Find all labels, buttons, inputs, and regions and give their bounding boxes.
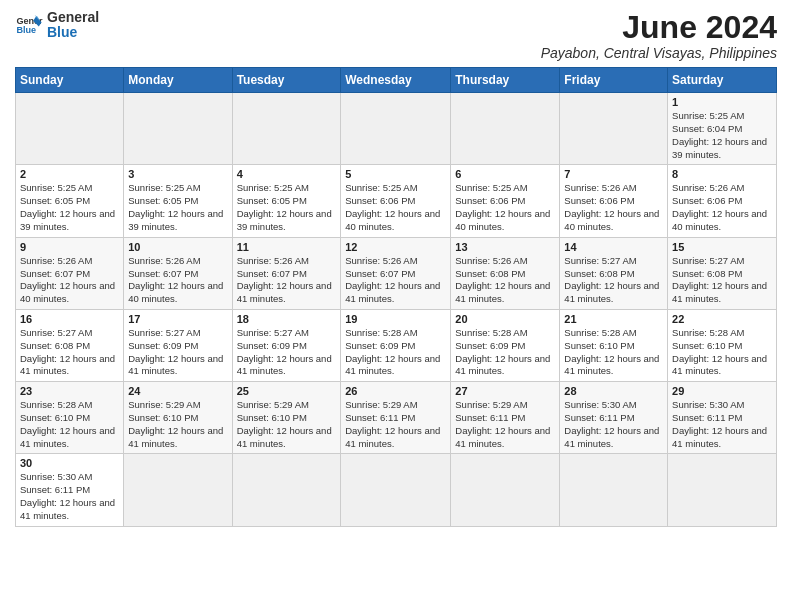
logo-general: General <box>47 10 99 25</box>
calendar-cell: 9Sunrise: 5:26 AMSunset: 6:07 PMDaylight… <box>16 237 124 309</box>
day-number: 23 <box>20 385 119 397</box>
day-info: Sunrise: 5:29 AMSunset: 6:10 PMDaylight:… <box>237 399 337 450</box>
week-row-3: 9Sunrise: 5:26 AMSunset: 6:07 PMDaylight… <box>16 237 777 309</box>
day-number: 15 <box>672 241 772 253</box>
day-number: 27 <box>455 385 555 397</box>
week-row-1: 1Sunrise: 5:25 AMSunset: 6:04 PMDaylight… <box>16 93 777 165</box>
day-number: 5 <box>345 168 446 180</box>
day-number: 2 <box>20 168 119 180</box>
calendar-cell <box>451 454 560 526</box>
day-number: 26 <box>345 385 446 397</box>
day-info: Sunrise: 5:30 AMSunset: 6:11 PMDaylight:… <box>564 399 663 450</box>
day-info: Sunrise: 5:26 AMSunset: 6:07 PMDaylight:… <box>237 255 337 306</box>
calendar-cell <box>668 454 777 526</box>
day-info: Sunrise: 5:26 AMSunset: 6:06 PMDaylight:… <box>672 182 772 233</box>
day-info: Sunrise: 5:27 AMSunset: 6:09 PMDaylight:… <box>128 327 227 378</box>
day-info: Sunrise: 5:27 AMSunset: 6:09 PMDaylight:… <box>237 327 337 378</box>
day-info: Sunrise: 5:29 AMSunset: 6:11 PMDaylight:… <box>345 399 446 450</box>
calendar-cell: 23Sunrise: 5:28 AMSunset: 6:10 PMDayligh… <box>16 382 124 454</box>
calendar-cell: 28Sunrise: 5:30 AMSunset: 6:11 PMDayligh… <box>560 382 668 454</box>
day-info: Sunrise: 5:29 AMSunset: 6:10 PMDaylight:… <box>128 399 227 450</box>
page-container: General Blue General Blue June 2024 Paya… <box>15 10 777 527</box>
calendar-cell: 18Sunrise: 5:27 AMSunset: 6:09 PMDayligh… <box>232 309 341 381</box>
calendar-cell <box>451 93 560 165</box>
calendar-cell <box>560 93 668 165</box>
calendar-cell <box>341 454 451 526</box>
day-number: 19 <box>345 313 446 325</box>
day-number: 12 <box>345 241 446 253</box>
calendar-cell <box>341 93 451 165</box>
calendar-cell: 7Sunrise: 5:26 AMSunset: 6:06 PMDaylight… <box>560 165 668 237</box>
svg-text:Blue: Blue <box>16 26 36 36</box>
calendar-cell: 1Sunrise: 5:25 AMSunset: 6:04 PMDaylight… <box>668 93 777 165</box>
logo: General Blue General Blue <box>15 10 99 41</box>
day-number: 28 <box>564 385 663 397</box>
calendar-cell: 2Sunrise: 5:25 AMSunset: 6:05 PMDaylight… <box>16 165 124 237</box>
week-row-4: 16Sunrise: 5:27 AMSunset: 6:08 PMDayligh… <box>16 309 777 381</box>
calendar-cell: 27Sunrise: 5:29 AMSunset: 6:11 PMDayligh… <box>451 382 560 454</box>
day-info: Sunrise: 5:27 AMSunset: 6:08 PMDaylight:… <box>564 255 663 306</box>
day-number: 14 <box>564 241 663 253</box>
day-info: Sunrise: 5:30 AMSunset: 6:11 PMDaylight:… <box>672 399 772 450</box>
day-info: Sunrise: 5:28 AMSunset: 6:09 PMDaylight:… <box>455 327 555 378</box>
logo-blue: Blue <box>47 25 99 40</box>
day-number: 22 <box>672 313 772 325</box>
day-number: 1 <box>672 96 772 108</box>
calendar-cell: 22Sunrise: 5:28 AMSunset: 6:10 PMDayligh… <box>668 309 777 381</box>
weekday-header-wednesday: Wednesday <box>341 68 451 93</box>
logo-icon: General Blue <box>15 11 43 39</box>
day-info: Sunrise: 5:29 AMSunset: 6:11 PMDaylight:… <box>455 399 555 450</box>
day-number: 7 <box>564 168 663 180</box>
calendar-cell: 29Sunrise: 5:30 AMSunset: 6:11 PMDayligh… <box>668 382 777 454</box>
calendar-cell <box>560 454 668 526</box>
calendar-cell: 20Sunrise: 5:28 AMSunset: 6:09 PMDayligh… <box>451 309 560 381</box>
page-title: June 2024 <box>541 10 777 45</box>
day-number: 18 <box>237 313 337 325</box>
day-info: Sunrise: 5:28 AMSunset: 6:10 PMDaylight:… <box>564 327 663 378</box>
day-number: 6 <box>455 168 555 180</box>
day-info: Sunrise: 5:26 AMSunset: 6:07 PMDaylight:… <box>128 255 227 306</box>
calendar-cell: 4Sunrise: 5:25 AMSunset: 6:05 PMDaylight… <box>232 165 341 237</box>
calendar-cell: 12Sunrise: 5:26 AMSunset: 6:07 PMDayligh… <box>341 237 451 309</box>
calendar-cell: 3Sunrise: 5:25 AMSunset: 6:05 PMDaylight… <box>124 165 232 237</box>
day-info: Sunrise: 5:25 AMSunset: 6:04 PMDaylight:… <box>672 110 772 161</box>
calendar-cell <box>232 93 341 165</box>
day-number: 4 <box>237 168 337 180</box>
weekday-header-row: SundayMondayTuesdayWednesdayThursdayFrid… <box>16 68 777 93</box>
week-row-6: 30Sunrise: 5:30 AMSunset: 6:11 PMDayligh… <box>16 454 777 526</box>
day-number: 21 <box>564 313 663 325</box>
day-number: 10 <box>128 241 227 253</box>
day-number: 25 <box>237 385 337 397</box>
day-info: Sunrise: 5:26 AMSunset: 6:07 PMDaylight:… <box>345 255 446 306</box>
day-info: Sunrise: 5:25 AMSunset: 6:06 PMDaylight:… <box>455 182 555 233</box>
calendar-cell: 5Sunrise: 5:25 AMSunset: 6:06 PMDaylight… <box>341 165 451 237</box>
day-number: 16 <box>20 313 119 325</box>
calendar-cell: 19Sunrise: 5:28 AMSunset: 6:09 PMDayligh… <box>341 309 451 381</box>
page-subtitle: Payabon, Central Visayas, Philippines <box>541 45 777 61</box>
calendar-cell: 24Sunrise: 5:29 AMSunset: 6:10 PMDayligh… <box>124 382 232 454</box>
day-number: 9 <box>20 241 119 253</box>
weekday-header-friday: Friday <box>560 68 668 93</box>
day-info: Sunrise: 5:28 AMSunset: 6:10 PMDaylight:… <box>672 327 772 378</box>
calendar-cell <box>124 454 232 526</box>
calendar-cell: 13Sunrise: 5:26 AMSunset: 6:08 PMDayligh… <box>451 237 560 309</box>
calendar-cell <box>232 454 341 526</box>
week-row-5: 23Sunrise: 5:28 AMSunset: 6:10 PMDayligh… <box>16 382 777 454</box>
calendar-cell: 25Sunrise: 5:29 AMSunset: 6:10 PMDayligh… <box>232 382 341 454</box>
week-row-2: 2Sunrise: 5:25 AMSunset: 6:05 PMDaylight… <box>16 165 777 237</box>
day-number: 29 <box>672 385 772 397</box>
calendar-cell: 6Sunrise: 5:25 AMSunset: 6:06 PMDaylight… <box>451 165 560 237</box>
day-number: 24 <box>128 385 227 397</box>
calendar-cell <box>16 93 124 165</box>
day-info: Sunrise: 5:26 AMSunset: 6:07 PMDaylight:… <box>20 255 119 306</box>
day-info: Sunrise: 5:26 AMSunset: 6:08 PMDaylight:… <box>455 255 555 306</box>
calendar-cell: 30Sunrise: 5:30 AMSunset: 6:11 PMDayligh… <box>16 454 124 526</box>
calendar-cell: 10Sunrise: 5:26 AMSunset: 6:07 PMDayligh… <box>124 237 232 309</box>
weekday-header-sunday: Sunday <box>16 68 124 93</box>
day-number: 30 <box>20 457 119 469</box>
weekday-header-saturday: Saturday <box>668 68 777 93</box>
day-info: Sunrise: 5:26 AMSunset: 6:06 PMDaylight:… <box>564 182 663 233</box>
calendar-cell: 11Sunrise: 5:26 AMSunset: 6:07 PMDayligh… <box>232 237 341 309</box>
calendar-cell: 14Sunrise: 5:27 AMSunset: 6:08 PMDayligh… <box>560 237 668 309</box>
day-info: Sunrise: 5:25 AMSunset: 6:05 PMDaylight:… <box>128 182 227 233</box>
